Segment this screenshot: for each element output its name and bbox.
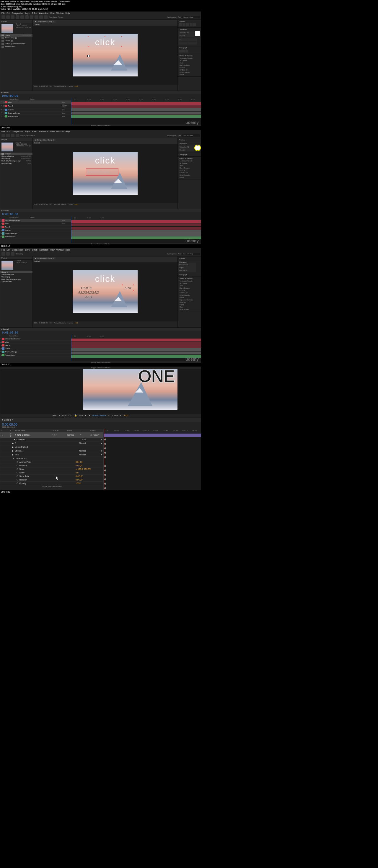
- comp-tab[interactable]: ■ Composition: Comp 1: [33, 20, 56, 23]
- layer-row[interactable]: 2 click None: [0, 222, 71, 225]
- text-handle[interactable]: [121, 36, 122, 37]
- prop-anchor[interactable]: ÖAnchor Point 0,0, 0,0: [0, 460, 104, 464]
- viewport[interactable]: click CLICK ASDSADSAD ASD ONE: [33, 262, 177, 321]
- effect-audio[interactable]: Audio: [178, 164, 201, 167]
- prev-frame-button[interactable]: [182, 23, 185, 26]
- project-panel-header[interactable]: Project: [0, 20, 32, 23]
- menu-edit[interactable]: Edit: [6, 12, 10, 14]
- layer-row[interactable]: 3 Text 2: [0, 225, 71, 229]
- menu-animation[interactable]: Animation: [39, 130, 49, 132]
- layer-row-ambient[interactable]: ● 5 Ambient.wav None: [0, 115, 71, 118]
- visibility-icon[interactable]: ●: [1, 105, 3, 107]
- play-button[interactable]: [186, 23, 189, 26]
- tracking[interactable]: [188, 42, 197, 44]
- font-style[interactable]: Regular: [179, 149, 194, 151]
- project-item-woods[interactable]: Woods.jpg: [0, 39, 32, 42]
- hand-tool-icon[interactable]: [6, 134, 10, 137]
- prop-contents[interactable]: ▼ Contents Add: ●: [0, 438, 104, 441]
- effect-3dchannel[interactable]: 3D Channel: [178, 59, 201, 62]
- text-handle[interactable]: [105, 36, 106, 37]
- text-handle[interactable]: [133, 284, 134, 285]
- timecode[interactable]: 0:00:00:00: [0, 212, 201, 216]
- search-help-input[interactable]: Search Help: [182, 16, 200, 18]
- keyframe[interactable]: [104, 487, 106, 489]
- resolution[interactable]: Full: [49, 204, 52, 206]
- visibility-icon[interactable]: ●: [1, 112, 3, 114]
- layer-row-comp1[interactable]: ● 3 Comp 1 None: [0, 108, 71, 112]
- layer-row[interactable]: 5Snow valley.jpg: [0, 350, 71, 353]
- track-bar[interactable]: [104, 434, 201, 437]
- effect-colorcorr[interactable]: Color Correction: [178, 71, 201, 73]
- comp-canvas[interactable]: click: [72, 34, 138, 76]
- timeline-tracks[interactable]: :00f 00:15f 01:00f 01:15f 02:00f 02:15f …: [104, 429, 201, 490]
- project-item-snow[interactable]: Snow valley.jpgImporteJPEG: [0, 155, 32, 157]
- menu-help[interactable]: Help: [65, 130, 70, 132]
- effect-3dchannel[interactable]: 3D Channel: [178, 162, 201, 164]
- pan-behind-tool-icon[interactable]: [25, 16, 29, 19]
- track-bar-2[interactable]: [71, 105, 201, 108]
- keyframe[interactable]: [104, 456, 106, 458]
- text-handle[interactable]: [88, 36, 89, 37]
- layer-row[interactable]: 4 Comp 1: [0, 229, 71, 232]
- comp-tab[interactable]: ■ Composition: Comp 1: [33, 139, 56, 141]
- layer-row[interactable]: 1click asdsadsadasd: [0, 337, 71, 341]
- project-item[interactable]: Snow valley.jpg: [0, 273, 32, 276]
- menu-effect[interactable]: Effect: [32, 12, 37, 14]
- text-handle[interactable]: [122, 284, 123, 285]
- track-bar-5[interactable]: [71, 115, 201, 118]
- camera-view[interactable]: Active Camera: [54, 85, 65, 87]
- keyframe[interactable]: [104, 469, 106, 471]
- track-bar[interactable]: [71, 237, 201, 239]
- layer-row-text2[interactable]: ● 2 Text 2 4. Snow valley.j: [0, 104, 71, 108]
- next-frame-button[interactable]: [190, 23, 193, 26]
- leading[interactable]: [188, 38, 197, 41]
- character-panel-title[interactable]: Character: [178, 28, 201, 31]
- zoom-value[interactable]: 50%: [52, 414, 56, 416]
- track-bar[interactable]: [71, 230, 201, 233]
- prop-rotation[interactable]: ÖRotation 0x+0,0°: [0, 478, 104, 482]
- playhead[interactable]: [72, 216, 72, 243]
- project-item[interactable]: Dark City Timelapse.mp4: [0, 278, 32, 280]
- layer-row[interactable]: 1 click asdsadsadasd None: [0, 219, 71, 222]
- keyframe[interactable]: [104, 473, 106, 476]
- parent-col[interactable]: Parent: [30, 98, 45, 100]
- menu-composition[interactable]: Composition: [12, 12, 23, 14]
- track-bar[interactable]: [71, 233, 201, 236]
- effects-panel-title[interactable]: Effects & Presets: [178, 55, 201, 57]
- effect-distort[interactable]: Distort: [178, 176, 201, 179]
- fill-color-swatch[interactable]: [195, 31, 200, 36]
- track-bar[interactable]: [71, 227, 201, 229]
- playhead[interactable]: [105, 429, 105, 490]
- fill-color-swatch[interactable]: [195, 146, 200, 150]
- layer-row[interactable]: 5 Snow valley.jpg: [0, 232, 71, 235]
- resolution[interactable]: Full: [80, 414, 83, 416]
- zoom-value[interactable]: 50%: [34, 204, 37, 206]
- track-bar[interactable]: [71, 220, 201, 223]
- keyframe[interactable]: [104, 465, 106, 467]
- prop-scale[interactable]: ÖScale ∞ 100,0, 100,0%: [0, 467, 104, 471]
- text-handle[interactable]: [133, 290, 134, 291]
- search-help-input[interactable]: Search Help: [182, 134, 200, 137]
- font-family[interactable]: Trebuchet MS: [179, 146, 194, 149]
- effect-channel[interactable]: Channel: [178, 66, 201, 69]
- keyframe[interactable]: [104, 478, 106, 480]
- text-edit-box[interactable]: asdsadsada: [86, 168, 118, 176]
- layer-row[interactable]: 4Comp 1: [0, 347, 71, 350]
- kerning[interactable]: [179, 42, 188, 44]
- frame4-viewport[interactable]: ONE: [71, 369, 201, 413]
- visibility-icon[interactable]: ●: [1, 115, 3, 118]
- view-count[interactable]: 1 View: [67, 204, 72, 206]
- view-count[interactable]: 1 View: [112, 414, 118, 416]
- workspace-value[interactable]: Text: [178, 134, 181, 136]
- effect-colorcorr[interactable]: Color Correction: [178, 174, 201, 176]
- project-item-ambient[interactable]: Ambient.wav: [0, 45, 32, 49]
- keyframe[interactable]: [104, 442, 106, 445]
- comp-canvas[interactable]: click CLICK ASDSADSAD ASD ONE: [72, 270, 138, 313]
- brush-tool-icon[interactable]: [44, 16, 48, 19]
- last-frame-button[interactable]: [193, 23, 196, 26]
- timeline-tracks[interactable]: :00f 00:15f 01:00f 01:15f 02:00f 02:15f …: [71, 98, 201, 125]
- keyframe[interactable]: [104, 447, 106, 449]
- layer-row[interactable]: 6 Ambient.wav: [0, 235, 71, 239]
- project-item-comp1[interactable]: Comp 1: [0, 153, 32, 155]
- prop-position[interactable]: ÖPosition 0,0,0,0: [0, 464, 104, 467]
